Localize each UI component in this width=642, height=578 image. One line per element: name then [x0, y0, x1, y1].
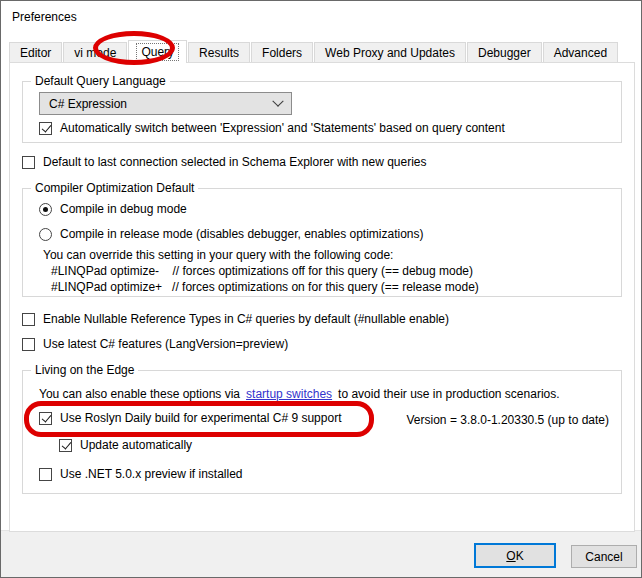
- edge-note: You can also enable these options viasta…: [39, 387, 560, 401]
- cancel-button[interactable]: Cancel: [571, 545, 637, 568]
- edge-note-suffix: to avoid their use in production scenari…: [338, 387, 559, 401]
- edge-note-prefix: You can also enable these options via: [39, 387, 240, 401]
- tab-folders[interactable]: Folders: [251, 42, 313, 62]
- ok-button[interactable]: OK: [474, 543, 556, 568]
- checkbox-icon: [22, 338, 35, 351]
- checkbox-net5-preview-label: Use .NET 5.0.x preview if installed: [60, 467, 243, 481]
- tab-strip: Editor vi mode Query Results Folders Web…: [9, 40, 633, 62]
- tab-query[interactable]: Query: [128, 40, 187, 63]
- checkbox-icon: [22, 313, 35, 326]
- cancel-button-label: Cancel: [585, 550, 622, 564]
- checkbox-roslyn-daily-label: Use Roslyn Daily build for experimental …: [60, 411, 341, 425]
- ok-button-accesskey: O: [506, 549, 515, 563]
- checkbox-default-connection[interactable]: Default to last connection selected in S…: [22, 155, 427, 169]
- code-line-optimize-off: #LINQPad optimize- // forces optimizatio…: [51, 264, 473, 278]
- group-title: Living on the Edge: [31, 363, 138, 377]
- group-title: Default Query Language: [31, 74, 170, 88]
- checkbox-latest-csharp[interactable]: Use latest C# features (LangVersion=prev…: [22, 337, 288, 351]
- checkbox-auto-switch-label: Automatically switch between 'Expression…: [60, 121, 505, 135]
- checkbox-nullable[interactable]: Enable Nullable Reference Types in C# qu…: [22, 312, 449, 326]
- override-note: You can override this setting in your qu…: [43, 248, 393, 262]
- dialog-footer: OK Cancel: [1, 530, 641, 577]
- titlebar: Preferences: [1, 1, 641, 37]
- tab-debugger[interactable]: Debugger: [467, 42, 542, 62]
- window-title: Preferences: [12, 10, 77, 24]
- preferences-dialog: Preferences Editor vi mode Query Results…: [0, 0, 642, 578]
- radio-icon: [39, 228, 52, 241]
- roslyn-version-text: Version = 3.8.0-1.20330.5 (up to date): [407, 413, 609, 427]
- tab-web-proxy-and-updates[interactable]: Web Proxy and Updates: [314, 42, 466, 62]
- tab-query-label: Query: [137, 44, 178, 60]
- group-living-on-the-edge: Living on the Edge You can also enable t…: [22, 370, 622, 494]
- checkbox-icon: [59, 439, 72, 452]
- group-title: Compiler Optimization Default: [31, 181, 198, 195]
- radio-compile-debug-label: Compile in debug mode: [60, 202, 187, 216]
- group-default-query-language: Default Query Language C# Expression Aut…: [22, 81, 622, 143]
- query-tab-panel: Default Query Language C# Expression Aut…: [9, 62, 635, 532]
- chevron-down-icon: [272, 95, 283, 106]
- checkbox-default-connection-label: Default to last connection selected in S…: [43, 155, 427, 169]
- tab-results[interactable]: Results: [188, 42, 250, 62]
- checkbox-net5-preview[interactable]: Use .NET 5.0.x preview if installed: [39, 467, 243, 481]
- tab-editor[interactable]: Editor: [9, 42, 62, 62]
- startup-switches-link[interactable]: startup switches: [246, 387, 332, 401]
- query-language-value: C# Expression: [49, 97, 127, 111]
- checkbox-icon: [39, 122, 52, 135]
- checkbox-update-automatically[interactable]: Update automatically: [59, 438, 192, 452]
- group-compiler-optimization: Compiler Optimization Default Compile in…: [22, 188, 622, 297]
- radio-icon: [39, 203, 52, 216]
- checkbox-update-automatically-label: Update automatically: [80, 438, 192, 452]
- radio-compile-debug[interactable]: Compile in debug mode: [39, 202, 187, 216]
- checkbox-icon: [39, 468, 52, 481]
- checkbox-icon: [22, 156, 35, 169]
- radio-compile-release-label: Compile in release mode (disables debugg…: [60, 227, 424, 241]
- checkbox-auto-switch[interactable]: Automatically switch between 'Expression…: [39, 121, 505, 135]
- code-line-optimize-on: #LINQPad optimize+ // forces optimizatio…: [51, 280, 479, 294]
- checkbox-nullable-label: Enable Nullable Reference Types in C# qu…: [43, 312, 449, 326]
- checkbox-roslyn-daily[interactable]: Use Roslyn Daily build for experimental …: [39, 411, 341, 425]
- ok-button-label: K: [516, 549, 524, 563]
- tab-advanced[interactable]: Advanced: [543, 42, 618, 62]
- query-language-dropdown[interactable]: C# Expression: [39, 92, 292, 115]
- checkbox-icon: [39, 412, 52, 425]
- tab-vi-mode[interactable]: vi mode: [63, 42, 127, 62]
- checkbox-latest-csharp-label: Use latest C# features (LangVersion=prev…: [43, 337, 288, 351]
- radio-compile-release[interactable]: Compile in release mode (disables debugg…: [39, 227, 424, 241]
